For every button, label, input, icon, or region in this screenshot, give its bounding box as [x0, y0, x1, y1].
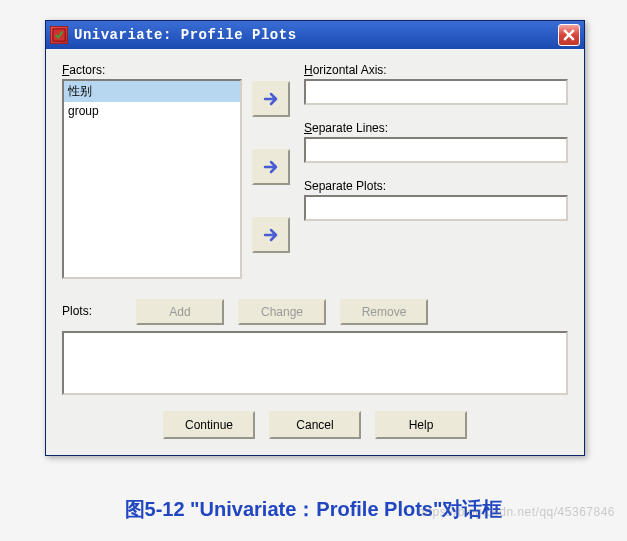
horizontal-axis-input[interactable]: [304, 79, 568, 105]
watermark-text: https://blog.csdn.net/qq/45367846: [418, 505, 615, 519]
arrow-right-icon: [261, 157, 281, 177]
separate-plots-label: Separate Plots:: [304, 179, 568, 193]
separate-lines-input[interactable]: [304, 137, 568, 163]
remove-button[interactable]: Remove: [340, 299, 428, 325]
factors-listbox[interactable]: 性别 group: [62, 79, 242, 279]
separate-plots-input[interactable]: [304, 195, 568, 221]
move-to-plots-button[interactable]: [252, 217, 290, 253]
plots-label: Plots:: [62, 304, 122, 318]
plots-listbox[interactable]: [62, 331, 568, 395]
move-to-horizontal-button[interactable]: [252, 81, 290, 117]
arrow-right-icon: [261, 225, 281, 245]
close-button[interactable]: [558, 24, 580, 46]
add-button[interactable]: Add: [136, 299, 224, 325]
move-to-lines-button[interactable]: [252, 149, 290, 185]
dialog-body: Factors: 性别 group Horizont: [46, 49, 584, 455]
change-button[interactable]: Change: [238, 299, 326, 325]
horizontal-axis-label: Horizontal Axis:: [304, 63, 568, 77]
close-icon: [563, 29, 575, 41]
dialog-window: Univariate: Profile Plots Factors: 性别 gr…: [45, 20, 585, 456]
list-item[interactable]: 性别: [64, 81, 240, 102]
separate-lines-label: Separate Lines:: [304, 121, 568, 135]
cancel-button[interactable]: Cancel: [269, 411, 361, 439]
arrow-right-icon: [261, 89, 281, 109]
help-button[interactable]: Help: [375, 411, 467, 439]
list-item[interactable]: group: [64, 102, 240, 120]
continue-button[interactable]: Continue: [163, 411, 255, 439]
titlebar: Univariate: Profile Plots: [46, 21, 584, 49]
app-icon: [50, 26, 68, 44]
factors-label: Factors:: [62, 63, 242, 77]
window-title: Univariate: Profile Plots: [74, 27, 558, 43]
